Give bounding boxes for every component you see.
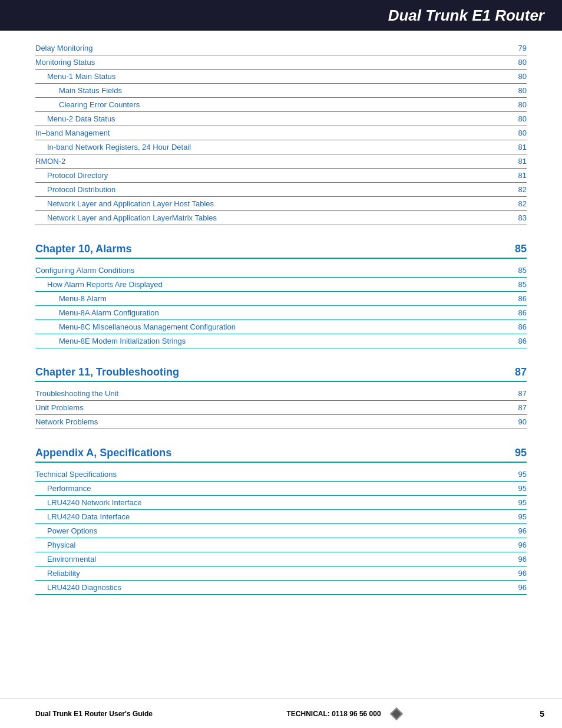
- toc-initial-section: Delay Monitoring79Monitoring Status80Men…: [35, 41, 527, 225]
- toc-entry-page: 90: [509, 417, 527, 426]
- toc-entry-page: 96: [509, 541, 527, 549]
- toc-entry-text[interactable]: Monitoring Status: [35, 58, 95, 67]
- toc-entry-page: 96: [509, 569, 527, 578]
- toc-entry-text[interactable]: Technical Specifications: [35, 470, 117, 479]
- footer-left-text: Dual Trunk E1 Router User's Guide: [35, 710, 153, 718]
- list-item: Protocol Distribution82: [35, 183, 527, 197]
- chapter10-page: 85: [515, 243, 527, 255]
- list-item: Environmental96: [35, 552, 527, 566]
- toc-entry-page: 86: [509, 294, 527, 303]
- list-item: Clearing Error Counters80: [35, 98, 527, 112]
- appendixA-entries: Technical Specifications95Performance95L…: [35, 467, 527, 595]
- list-item: Delay Monitoring79: [35, 41, 527, 55]
- chapter11-title: Chapter 11, Troubleshooting: [35, 366, 179, 378]
- toc-entry-text[interactable]: Main Status Fields: [59, 86, 122, 95]
- list-item: Monitoring Status80: [35, 55, 527, 70]
- toc-entry-page: 82: [509, 199, 527, 208]
- toc-entry-text[interactable]: Power Options: [47, 526, 97, 535]
- footer-page-number: 5: [540, 709, 544, 719]
- list-item: Menu-1 Main Status80: [35, 70, 527, 84]
- toc-entry-text[interactable]: RMON-2: [35, 157, 65, 166]
- list-item: Power Options96: [35, 524, 527, 538]
- page-title: Dual Trunk E1 Router: [388, 6, 544, 25]
- list-item: Menu-8 Alarm86: [35, 292, 527, 306]
- list-item: Network Problems90: [35, 415, 527, 429]
- footer-center: TECHNICAL: 0118 96 56 000: [287, 704, 406, 723]
- toc-entry-page: 83: [509, 213, 527, 222]
- toc-entry-page: 81: [509, 143, 527, 151]
- list-item: In–band Management80: [35, 126, 527, 140]
- chapter11-entries: Troubleshooting the Unit87Unit Problems8…: [35, 387, 527, 429]
- list-item: Menu-8A Alarm Configuration86: [35, 306, 527, 320]
- toc-entry-text[interactable]: How Alarm Reports Are Displayed: [47, 280, 163, 289]
- toc-entry-text[interactable]: Menu-2 Data Status: [47, 114, 115, 123]
- list-item: Technical Specifications95: [35, 467, 527, 482]
- list-item: Network Layer and Application LayerMatri…: [35, 211, 527, 225]
- list-item: Menu-8C Miscellaneous Management Configu…: [35, 320, 527, 334]
- toc-entry-page: 80: [509, 58, 527, 67]
- toc-content: Delay Monitoring79Monitoring Status80Men…: [0, 31, 562, 642]
- chapter10-heading: Chapter 10, Alarms 85: [35, 243, 527, 259]
- diamond-logo-icon: [387, 704, 406, 723]
- toc-entry-text[interactable]: Network Layer and Application LayerMatri…: [47, 213, 217, 222]
- appendixA-page: 95: [515, 447, 527, 459]
- list-item: Troubleshooting the Unit87: [35, 387, 527, 401]
- toc-entry-page: 95: [509, 498, 527, 507]
- list-item: In-band Network Registers, 24 Hour Detai…: [35, 140, 527, 154]
- toc-entry-text[interactable]: Clearing Error Counters: [59, 100, 140, 109]
- toc-entry-text[interactable]: Menu-8A Alarm Configuration: [59, 308, 159, 317]
- list-item: Menu-2 Data Status80: [35, 112, 527, 126]
- toc-entry-page: 80: [509, 86, 527, 95]
- toc-entry-text[interactable]: Menu-1 Main Status: [47, 72, 115, 81]
- toc-entry-text[interactable]: Unit Problems: [35, 403, 84, 412]
- list-item: Main Status Fields80: [35, 84, 527, 98]
- toc-entry-text[interactable]: Reliability: [47, 569, 80, 578]
- list-item: LRU4240 Data Interface95: [35, 510, 527, 524]
- toc-entry-page: 95: [509, 484, 527, 493]
- toc-entry-text[interactable]: In–band Management: [35, 129, 110, 137]
- list-item: Performance95: [35, 482, 527, 496]
- toc-entry-text[interactable]: Performance: [47, 484, 91, 493]
- toc-entry-text[interactable]: Physical: [47, 541, 75, 549]
- toc-entry-page: 95: [509, 512, 527, 521]
- toc-entry-text[interactable]: Configuring Alarm Conditions: [35, 266, 134, 275]
- toc-entry-text[interactable]: Environmental: [47, 555, 96, 564]
- toc-entry-text[interactable]: LRU4240 Network Interface: [47, 498, 141, 507]
- toc-entry-text[interactable]: Network Problems: [35, 417, 98, 426]
- chapter10-entries: Configuring Alarm Conditions85How Alarm …: [35, 263, 527, 348]
- toc-entry-page: 81: [509, 157, 527, 166]
- toc-entry-page: 86: [509, 337, 527, 345]
- list-item: Menu-8E Modem Initialization Strings86: [35, 334, 527, 348]
- toc-entry-page: 80: [509, 100, 527, 109]
- toc-entry-text[interactable]: Protocol Directory: [47, 171, 108, 180]
- toc-entry-page: 87: [509, 403, 527, 412]
- toc-entry-text[interactable]: Troubleshooting the Unit: [35, 389, 118, 398]
- toc-entry-text[interactable]: Delay Monitoring: [35, 44, 93, 52]
- header: Dual Trunk E1 Router: [0, 0, 562, 31]
- toc-entry-page: 95: [509, 470, 527, 479]
- toc-entry-text[interactable]: Protocol Distribution: [47, 185, 115, 194]
- toc-entry-page: 86: [509, 308, 527, 317]
- toc-entry-text[interactable]: Menu-8E Modem Initialization Strings: [59, 337, 186, 345]
- toc-entry-page: 96: [509, 583, 527, 592]
- toc-entry-text[interactable]: In-band Network Registers, 24 Hour Detai…: [47, 143, 191, 151]
- toc-entry-text[interactable]: LRU4240 Diagnostics: [47, 583, 121, 592]
- toc-entry-page: 82: [509, 185, 527, 194]
- toc-entry-page: 79: [509, 44, 527, 52]
- toc-entry-page: 81: [509, 171, 527, 180]
- appendixA-title: Appendix A, Specifications: [35, 447, 171, 459]
- toc-entry-text[interactable]: Menu-8 Alarm: [59, 294, 107, 303]
- toc-entry-page: 96: [509, 526, 527, 535]
- toc-entry-text[interactable]: Menu-8C Miscellaneous Management Configu…: [59, 322, 236, 331]
- footer: Dual Trunk E1 Router User's Guide TECHNI…: [0, 699, 562, 728]
- toc-entry-page: 80: [509, 129, 527, 137]
- list-item: Physical96: [35, 538, 527, 552]
- chapter11-heading: Chapter 11, Troubleshooting 87: [35, 366, 527, 382]
- appendixA-heading: Appendix A, Specifications 95: [35, 447, 527, 463]
- list-item: Network Layer and Application Layer Host…: [35, 197, 527, 211]
- toc-entry-text[interactable]: LRU4240 Data Interface: [47, 512, 130, 521]
- list-item: LRU4240 Diagnostics96: [35, 581, 527, 595]
- toc-entry-page: 85: [509, 266, 527, 275]
- toc-entry-text[interactable]: Network Layer and Application Layer Host…: [47, 199, 214, 208]
- toc-entry-page: 80: [509, 114, 527, 123]
